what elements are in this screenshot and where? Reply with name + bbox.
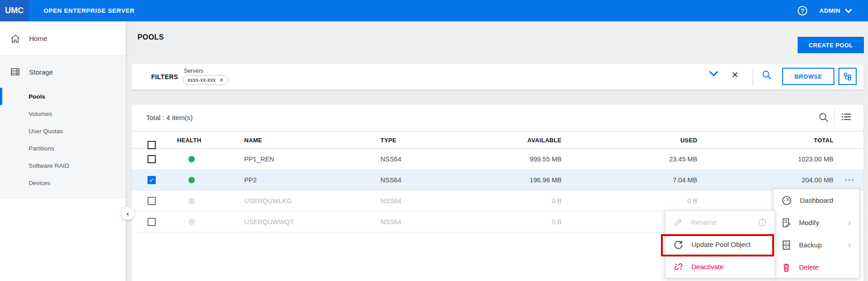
filter-search-icon[interactable] (762, 70, 772, 80)
column-header-name: NAME (244, 131, 262, 149)
menu-item-modify[interactable]: Modify › (774, 211, 859, 234)
menu-item-label: Rename (691, 218, 750, 226)
column-header-health: HEALTH (177, 131, 202, 149)
column-settings-icon[interactable] (841, 113, 851, 122)
sidebar-item-pools[interactable]: Pools (0, 88, 126, 105)
health-status-dot (188, 211, 195, 232)
deactivate-icon (674, 262, 683, 271)
pool-name: USERQUWLKG (244, 191, 292, 211)
tree-icon (843, 72, 852, 80)
sidebar-item-home[interactable]: Home (0, 21, 126, 56)
sidebar-collapse-button[interactable]: ‹ (121, 207, 134, 220)
filter-chip-server[interactable]: xxxx-xx-xxx ✕ (183, 75, 228, 85)
top-bar: UMC OPEN ENTERPRISE SERVER ? ADMIN (0, 0, 868, 21)
pool-name: PP2 (244, 170, 256, 191)
divider (753, 67, 753, 86)
filter-bar: FILTERS Servers xxxx-xx-xxx ✕ ✕ BROWSE (132, 64, 863, 90)
row-checkbox[interactable] (148, 218, 156, 226)
refresh-icon (674, 240, 683, 249)
submenu-chevron-icon: › (848, 218, 851, 227)
filter-clear-icon[interactable]: ✕ (731, 70, 739, 80)
sidebar-storage-label: Storage (29, 68, 53, 76)
help-icon[interactable]: ? (798, 6, 807, 15)
sidebar: Home Storage Pools Volumes User Quotas P… (0, 21, 126, 281)
menu-item-label: Modify (799, 219, 840, 226)
sidebar-item-label: Devices (29, 180, 50, 186)
product-title: OPEN ENTERPRISE SERVER (44, 0, 135, 21)
storage-icon (10, 67, 20, 76)
sidebar-item-volumes[interactable]: Volumes (0, 105, 126, 122)
filter-chip-label: xxxx-xx-xxx (187, 77, 216, 83)
divider (834, 109, 835, 126)
health-status-dot (188, 170, 195, 191)
sidebar-item-software-raid[interactable]: Software RAID (0, 157, 126, 174)
filter-expand-chevron-icon[interactable] (709, 71, 718, 77)
pool-total: 1023.00 MB (798, 149, 833, 170)
row-checkbox[interactable]: ✓ (148, 176, 156, 184)
modify-icon (782, 218, 791, 228)
row-checkbox[interactable] (148, 155, 156, 163)
pool-used: 23.45 MB (669, 149, 697, 170)
menu-item-label: Delete (799, 263, 851, 271)
pencil-icon (674, 218, 683, 227)
tree-view-button[interactable] (838, 68, 857, 85)
total-count-label: Total : 4 item(s) (146, 114, 193, 121)
menu-item-label: Dashboard (800, 196, 851, 204)
table-row[interactable]: USERQUWLKG NSS64 0 B 0 B (132, 191, 863, 211)
pool-name: USERQUWWQT (244, 211, 294, 232)
pool-type: NSS64 (380, 211, 401, 232)
sidebar-item-user-quotas[interactable]: User Quotas (0, 122, 126, 140)
filters-label: FILTERS (151, 73, 178, 80)
pool-type: NSS64 (380, 170, 401, 191)
pool-available: 0 B (552, 211, 562, 232)
menu-item-update-pool-object[interactable]: Update Pool Object (666, 233, 774, 256)
menu-item-dashboard[interactable]: Dashboard (774, 189, 859, 211)
table-row[interactable]: PP1_REN NSS64 999.55 MB 23.45 MB 1023.00… (132, 149, 863, 170)
admin-menu[interactable]: ADMIN (819, 0, 852, 21)
pool-used: 0 B (687, 191, 697, 211)
column-header-total: TOTAL (814, 131, 833, 149)
sidebar-item-label: User Quotas (29, 128, 63, 135)
pool-total: 204.00 MB (802, 170, 833, 191)
create-pool-button[interactable]: CREATE POOL (798, 37, 864, 53)
menu-item-label: Deactivate (691, 263, 766, 271)
umc-logo[interactable]: UMC (0, 0, 29, 21)
table-row[interactable]: ✓ PP2 NSS64 196.96 MB 7.04 MB 204.00 MB … (132, 170, 863, 191)
column-header-used: USED (681, 131, 697, 149)
page-title: POOLS (138, 33, 164, 41)
pool-type: NSS64 (380, 191, 401, 211)
sidebar-item-label: Volumes (29, 110, 52, 117)
sidebar-item-storage[interactable]: Storage (0, 56, 126, 88)
admin-label: ADMIN (819, 7, 840, 14)
backup-icon (782, 240, 791, 250)
chevron-down-icon (845, 9, 852, 13)
row-checkbox[interactable] (148, 197, 156, 205)
table-search-icon[interactable] (819, 112, 829, 123)
column-header-available: AVAILABLE (528, 131, 562, 149)
filter-field-label: Servers (184, 68, 203, 74)
sidebar-home-label: Home (29, 35, 47, 42)
browse-button[interactable]: BROWSE (782, 68, 834, 85)
row-overflow-menu-icon[interactable]: ... (845, 174, 855, 183)
sidebar-item-label: Pools (29, 93, 45, 100)
sidebar-item-devices[interactable]: Devices (0, 174, 126, 191)
trash-icon (782, 262, 791, 272)
menu-item-label: Update Pool Object (691, 241, 766, 248)
menu-item-rename[interactable]: Rename (666, 211, 774, 233)
health-status-dot (188, 191, 195, 211)
health-status-dot (188, 149, 195, 170)
row-overflow-menu: Dashboard Modify › Backup › Delete (773, 189, 859, 278)
home-icon (10, 34, 20, 43)
pool-available: 999.55 MB (530, 149, 562, 170)
menu-item-backup[interactable]: Backup › (774, 234, 859, 256)
chip-remove-icon[interactable]: ✕ (219, 77, 224, 83)
menu-item-delete[interactable]: Delete (774, 256, 859, 278)
sidebar-item-partitions[interactable]: Partitions (0, 140, 126, 157)
pool-name: PP1_REN (244, 149, 274, 170)
column-header-type: TYPE (380, 131, 396, 149)
sidebar-item-label: Partitions (29, 145, 54, 152)
submenu-chevron-icon: › (848, 241, 851, 250)
menu-item-deactivate[interactable]: Deactivate (666, 256, 774, 278)
pool-type: NSS64 (380, 149, 401, 170)
sidebar-storage-group: Storage Pools Volumes User Quotas Partit… (0, 56, 126, 198)
